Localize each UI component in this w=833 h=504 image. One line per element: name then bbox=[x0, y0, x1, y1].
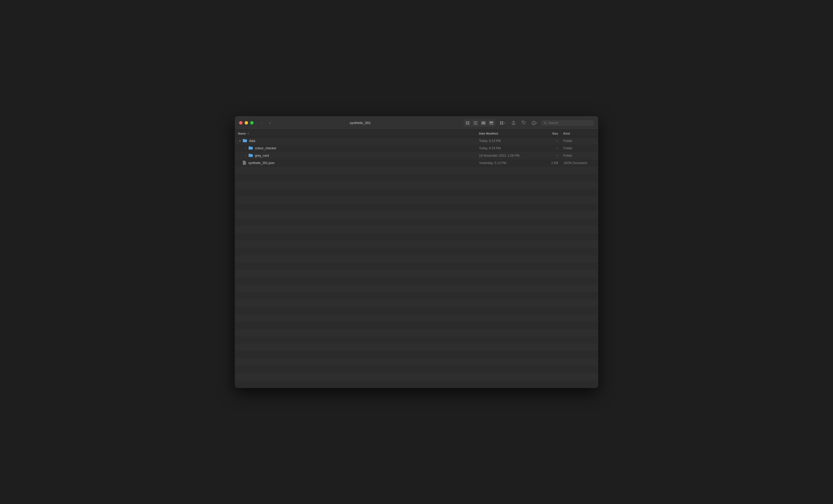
finder-window: ‹ › synthetic_001 bbox=[235, 116, 598, 388]
file-size: -- bbox=[537, 139, 558, 143]
svg-rect-8 bbox=[483, 121, 484, 125]
disclosure-button[interactable]: › bbox=[244, 154, 247, 157]
maximize-button[interactable] bbox=[250, 121, 254, 125]
file-date: Today, 9:19 PM bbox=[479, 139, 537, 143]
empty-row bbox=[235, 167, 598, 174]
svg-rect-13 bbox=[492, 124, 493, 125]
empty-row bbox=[235, 292, 598, 299]
svg-rect-15 bbox=[502, 121, 503, 123]
file-list: ▾ data Today, 9:19 PM -- Folder › colour… bbox=[235, 137, 598, 388]
file-name: grey_card bbox=[255, 154, 269, 157]
empty-row bbox=[235, 174, 598, 181]
file-name: synthetic_001.json bbox=[248, 161, 275, 165]
svg-rect-6 bbox=[474, 124, 477, 125]
file-name-cell: › grey_card bbox=[238, 153, 479, 158]
empty-row bbox=[235, 277, 598, 285]
svg-rect-12 bbox=[491, 124, 492, 125]
share-button[interactable] bbox=[509, 119, 518, 127]
svg-point-18 bbox=[522, 122, 523, 122]
view-mode-group bbox=[464, 119, 495, 127]
sort-icon: ▼ bbox=[247, 132, 249, 135]
icon-view-button[interactable] bbox=[464, 119, 472, 127]
folder-icon bbox=[243, 139, 247, 143]
gallery-view-button[interactable] bbox=[487, 119, 495, 127]
list-item[interactable]: synthetic_001.json Yesterday, 5:13 PM 2 … bbox=[235, 159, 598, 167]
empty-row bbox=[235, 241, 598, 248]
file-date: Today, 9:19 PM bbox=[479, 146, 537, 150]
empty-row bbox=[235, 366, 598, 373]
empty-row bbox=[235, 211, 598, 218]
empty-row bbox=[235, 181, 598, 189]
empty-row bbox=[235, 336, 598, 344]
file-name: colour_checker bbox=[255, 146, 276, 150]
empty-row bbox=[235, 373, 598, 380]
file-icon bbox=[243, 161, 246, 166]
svg-rect-7 bbox=[482, 121, 483, 125]
file-name-cell: synthetic_001.json bbox=[238, 161, 479, 166]
empty-row bbox=[235, 344, 598, 351]
folder-icon bbox=[248, 146, 253, 150]
disclosure-button[interactable]: › bbox=[244, 146, 247, 150]
svg-rect-1 bbox=[468, 121, 469, 123]
file-kind: Folder bbox=[558, 154, 595, 157]
empty-row bbox=[235, 189, 598, 196]
file-size: -- bbox=[537, 154, 558, 157]
file-kind: Folder bbox=[558, 146, 595, 150]
list-view-button[interactable] bbox=[472, 119, 479, 127]
empty-row bbox=[235, 380, 598, 388]
toolbar-right: ▾ ▾ bbox=[464, 119, 594, 127]
file-name: data bbox=[249, 139, 255, 143]
svg-rect-2 bbox=[466, 123, 467, 125]
svg-rect-14 bbox=[500, 121, 501, 123]
empty-row bbox=[235, 329, 598, 336]
close-button[interactable] bbox=[239, 121, 242, 125]
kind-column-header[interactable]: Kind bbox=[558, 132, 595, 135]
list-item[interactable]: ▾ data Today, 9:19 PM -- Folder bbox=[235, 137, 598, 145]
arrange-button[interactable]: ▾ bbox=[497, 119, 507, 127]
file-kind: JSON Document bbox=[558, 161, 595, 165]
disclosure-button[interactable]: ▾ bbox=[238, 139, 242, 143]
empty-row bbox=[235, 285, 598, 292]
file-name-cell: ▾ data bbox=[238, 139, 479, 143]
search-box[interactable] bbox=[541, 120, 594, 126]
empty-row bbox=[235, 358, 598, 366]
empty-row bbox=[235, 218, 598, 226]
search-input[interactable] bbox=[548, 121, 591, 125]
minimize-button[interactable] bbox=[245, 121, 248, 125]
svg-line-23 bbox=[546, 124, 546, 124]
empty-row bbox=[235, 299, 598, 307]
empty-row bbox=[235, 226, 598, 233]
file-date: Yesterday, 5:13 PM bbox=[479, 161, 537, 165]
empty-row bbox=[235, 196, 598, 204]
empty-row bbox=[235, 255, 598, 262]
svg-rect-11 bbox=[490, 124, 491, 125]
svg-rect-10 bbox=[490, 121, 493, 123]
file-kind: Folder bbox=[558, 139, 595, 143]
search-icon bbox=[544, 121, 547, 125]
empty-row bbox=[235, 233, 598, 241]
emoji-button[interactable]: ▾ bbox=[530, 119, 539, 127]
svg-rect-0 bbox=[466, 121, 467, 123]
empty-row bbox=[235, 262, 598, 270]
column-view-button[interactable] bbox=[479, 119, 487, 127]
svg-point-20 bbox=[533, 122, 533, 123]
tag-button[interactable] bbox=[520, 119, 527, 127]
file-date: 18 November 2023, 1:08 PM bbox=[479, 154, 537, 157]
svg-rect-9 bbox=[484, 121, 485, 125]
list-item[interactable]: › grey_card 18 November 2023, 1:08 PM --… bbox=[235, 152, 598, 159]
empty-row bbox=[235, 270, 598, 277]
svg-point-21 bbox=[534, 122, 534, 123]
svg-point-22 bbox=[544, 122, 546, 124]
svg-rect-3 bbox=[468, 123, 469, 125]
list-item[interactable]: › colour_checker Today, 9:19 PM -- Folde… bbox=[235, 145, 598, 152]
svg-rect-16 bbox=[500, 123, 501, 125]
titlebar: ‹ › synthetic_001 bbox=[235, 116, 598, 130]
empty-row bbox=[235, 248, 598, 255]
size-column-header[interactable]: Size bbox=[537, 132, 558, 135]
empty-row bbox=[235, 307, 598, 314]
file-size: 2 KB bbox=[537, 161, 558, 165]
name-column-header[interactable]: Name ▼ bbox=[238, 132, 479, 135]
empty-row bbox=[235, 204, 598, 211]
window-title: synthetic_001 bbox=[257, 121, 464, 125]
date-column-header[interactable]: Date Modified bbox=[479, 132, 537, 135]
